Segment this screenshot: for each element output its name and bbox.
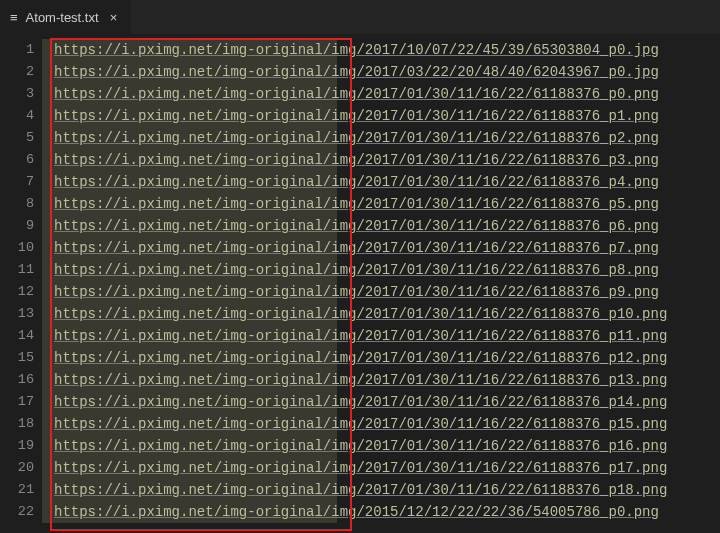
code-line[interactable]: https://i.pximg.net/img-original/img/201… xyxy=(54,105,720,127)
code-line[interactable]: https://i.pximg.net/img-original/img/201… xyxy=(54,281,720,303)
url-text[interactable]: https://i.pximg.net/img-original/img/201… xyxy=(54,240,659,256)
line-number: 8 xyxy=(0,193,42,215)
url-text[interactable]: https://i.pximg.net/img-original/img/201… xyxy=(54,460,667,476)
line-number: 15 xyxy=(0,347,42,369)
code-line[interactable]: https://i.pximg.net/img-original/img/201… xyxy=(54,435,720,457)
url-text[interactable]: https://i.pximg.net/img-original/img/201… xyxy=(54,306,667,322)
url-text[interactable]: https://i.pximg.net/img-original/img/201… xyxy=(54,196,659,212)
url-text[interactable]: https://i.pximg.net/img-original/img/201… xyxy=(54,130,659,146)
line-number: 10 xyxy=(0,237,42,259)
line-number: 9 xyxy=(0,215,42,237)
code-line[interactable]: https://i.pximg.net/img-original/img/201… xyxy=(54,39,720,61)
url-text[interactable]: https://i.pximg.net/img-original/img/201… xyxy=(54,262,659,278)
code-line[interactable]: https://i.pximg.net/img-original/img/201… xyxy=(54,215,720,237)
tab-bar: ≡ Atom-test.txt × xyxy=(0,0,720,35)
file-icon: ≡ xyxy=(10,11,18,24)
line-number: 21 xyxy=(0,479,42,501)
code-line[interactable]: https://i.pximg.net/img-original/img/201… xyxy=(54,347,720,369)
tab-active[interactable]: ≡ Atom-test.txt × xyxy=(0,0,131,34)
line-number: 5 xyxy=(0,127,42,149)
code-line[interactable]: https://i.pximg.net/img-original/img/201… xyxy=(54,61,720,83)
code-line[interactable]: https://i.pximg.net/img-original/img/201… xyxy=(54,413,720,435)
url-text[interactable]: https://i.pximg.net/img-original/img/201… xyxy=(54,108,659,124)
url-text[interactable]: https://i.pximg.net/img-original/img/201… xyxy=(54,174,659,190)
code-line[interactable]: https://i.pximg.net/img-original/img/201… xyxy=(54,325,720,347)
url-text[interactable]: https://i.pximg.net/img-original/img/201… xyxy=(54,152,659,168)
url-text[interactable]: https://i.pximg.net/img-original/img/201… xyxy=(54,86,659,102)
url-text[interactable]: https://i.pximg.net/img-original/img/201… xyxy=(54,416,667,432)
code-line[interactable]: https://i.pximg.net/img-original/img/201… xyxy=(54,303,720,325)
code-line[interactable]: https://i.pximg.net/img-original/img/201… xyxy=(54,391,720,413)
close-icon[interactable]: × xyxy=(107,10,121,25)
url-text[interactable]: https://i.pximg.net/img-original/img/201… xyxy=(54,438,667,454)
line-number: 4 xyxy=(0,105,42,127)
line-number: 16 xyxy=(0,369,42,391)
url-text[interactable]: https://i.pximg.net/img-original/img/201… xyxy=(54,372,667,388)
line-number: 11 xyxy=(0,259,42,281)
url-text[interactable]: https://i.pximg.net/img-original/img/201… xyxy=(54,218,659,234)
code-line[interactable]: https://i.pximg.net/img-original/img/201… xyxy=(54,193,720,215)
line-number: 19 xyxy=(0,435,42,457)
line-number: 3 xyxy=(0,83,42,105)
line-number: 22 xyxy=(0,501,42,523)
url-text[interactable]: https://i.pximg.net/img-original/img/201… xyxy=(54,328,667,344)
url-text[interactable]: https://i.pximg.net/img-original/img/201… xyxy=(54,284,659,300)
line-number: 2 xyxy=(0,61,42,83)
line-number: 13 xyxy=(0,303,42,325)
line-number: 20 xyxy=(0,457,42,479)
code-line[interactable]: https://i.pximg.net/img-original/img/201… xyxy=(54,237,720,259)
code-line[interactable]: https://i.pximg.net/img-original/img/201… xyxy=(54,479,720,501)
line-number: 7 xyxy=(0,171,42,193)
url-text[interactable]: https://i.pximg.net/img-original/img/201… xyxy=(54,482,667,498)
code-line[interactable]: https://i.pximg.net/img-original/img/201… xyxy=(54,369,720,391)
code-line[interactable]: https://i.pximg.net/img-original/img/201… xyxy=(54,127,720,149)
code-line[interactable]: https://i.pximg.net/img-original/img/201… xyxy=(54,501,720,523)
code-line[interactable]: https://i.pximg.net/img-original/img/201… xyxy=(54,149,720,171)
line-number: 1 xyxy=(0,39,42,61)
url-text[interactable]: https://i.pximg.net/img-original/img/201… xyxy=(54,42,659,58)
line-number: 14 xyxy=(0,325,42,347)
line-number: 17 xyxy=(0,391,42,413)
editor-area[interactable]: 12345678910111213141516171819202122 http… xyxy=(0,35,720,533)
code-line[interactable]: https://i.pximg.net/img-original/img/201… xyxy=(54,457,720,479)
line-number: 6 xyxy=(0,149,42,171)
url-text[interactable]: https://i.pximg.net/img-original/img/201… xyxy=(54,504,659,520)
line-number-gutter: 12345678910111213141516171819202122 xyxy=(0,35,42,533)
code-content[interactable]: https://i.pximg.net/img-original/img/201… xyxy=(42,35,720,533)
line-number: 12 xyxy=(0,281,42,303)
tab-filename: Atom-test.txt xyxy=(26,10,99,25)
code-line[interactable]: https://i.pximg.net/img-original/img/201… xyxy=(54,259,720,281)
url-text[interactable]: https://i.pximg.net/img-original/img/201… xyxy=(54,350,667,366)
code-line[interactable]: https://i.pximg.net/img-original/img/201… xyxy=(54,171,720,193)
url-text[interactable]: https://i.pximg.net/img-original/img/201… xyxy=(54,394,667,410)
code-line[interactable]: https://i.pximg.net/img-original/img/201… xyxy=(54,83,720,105)
url-text[interactable]: https://i.pximg.net/img-original/img/201… xyxy=(54,64,659,80)
line-number: 18 xyxy=(0,413,42,435)
